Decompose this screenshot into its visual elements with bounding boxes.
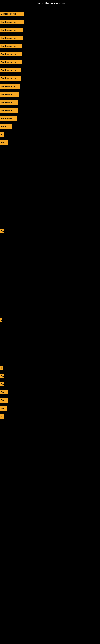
bottleneck-bar[interactable]: Bo	[0, 382, 4, 386]
bottleneck-bar[interactable]: Bottleneck res	[0, 68, 21, 72]
bottleneck-bar[interactable]: B	[0, 414, 3, 418]
bottleneck-bar[interactable]: Bottleneck res	[0, 12, 24, 16]
bottleneck-bar[interactable]: Bottl	[0, 124, 12, 129]
site-title: TheBottlenecker.com	[0, 0, 100, 6]
bottleneck-bar[interactable]: Bottleneck	[0, 116, 17, 121]
bottleneck-bar[interactable]: Bo	[0, 229, 4, 234]
bottleneck-bar[interactable]: Bottleneck res	[0, 76, 21, 80]
bottleneck-bar[interactable]: Bottleneck res	[0, 60, 22, 64]
bottleneck-bar[interactable]: B	[0, 366, 3, 370]
bottleneck-bar[interactable]: Bott	[0, 398, 8, 402]
bottleneck-bar[interactable]: B	[0, 318, 2, 322]
bottleneck-bar[interactable]: Bottleneck res	[0, 36, 23, 40]
bottleneck-bar[interactable]: Bott	[0, 390, 8, 394]
bottleneck-bar[interactable]: Bottleneck r	[0, 92, 19, 96]
bottleneck-bar[interactable]: Bottleneck	[0, 100, 18, 105]
bottleneck-bar[interactable]: Bottleneck	[0, 108, 18, 113]
bottleneck-bar[interactable]: Bottleneck res	[0, 28, 23, 32]
bottleneck-bar[interactable]: Bott	[0, 140, 8, 145]
bottleneck-bar[interactable]: Bottleneck res	[0, 52, 22, 56]
bottleneck-bar[interactable]: Bo	[0, 374, 4, 378]
bottleneck-bar[interactable]: B	[0, 132, 3, 137]
bottleneck-bar[interactable]: Bottleneck res	[0, 44, 22, 48]
bottleneck-bar[interactable]: Bottleneck res	[0, 20, 24, 24]
bottleneck-bar[interactable]: Bottleneck re	[0, 84, 20, 88]
bottleneck-bar[interactable]: Bott	[0, 406, 7, 410]
